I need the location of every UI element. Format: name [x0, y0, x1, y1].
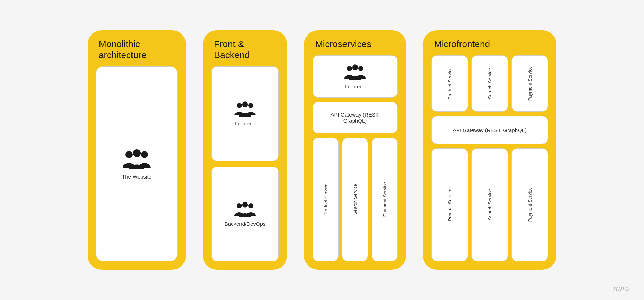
- frontend-backend-boxes: Frontend Backend/DevOps: [211, 66, 279, 261]
- svg-point-0: [125, 151, 133, 158]
- ms-frontend-box: Frontend: [313, 55, 398, 98]
- svg-point-8: [242, 202, 248, 208]
- mf-top-service2-label: Search Service: [487, 68, 492, 99]
- ms-service2-box: Search Service: [342, 138, 368, 261]
- mf-bottom-row: Product Service Search Service Payment S…: [431, 148, 548, 261]
- mf-top-service2-box: Search Service: [471, 55, 508, 112]
- frontend-backend-title: Front & Backend: [211, 39, 279, 61]
- backend-people-icon: [234, 201, 256, 218]
- mf-bottom-service1-label: Product Service: [447, 189, 452, 221]
- monolithic-box-label: The Website: [122, 174, 152, 180]
- microservices-inner: Frontend API Gateway (REST, GraphQL) Pro…: [313, 55, 398, 261]
- ms-frontend-people-icon: [344, 64, 366, 81]
- monolithic-inner-box: The Website: [96, 66, 178, 261]
- frontend-people-icon: [234, 101, 256, 118]
- mf-bottom-service2-box: Search Service: [471, 148, 508, 261]
- microfrontend-card: Microfrontend Product Service Search Ser…: [423, 30, 556, 270]
- monolithic-card: Monolithic architecture The Website: [88, 30, 186, 270]
- ms-services-row: Product Service Search Service Payment S…: [313, 138, 398, 261]
- ms-service1-box: Product Service: [313, 138, 339, 261]
- frontend-label: Frontend: [234, 120, 256, 126]
- svg-point-5: [242, 101, 248, 107]
- ms-gateway-label: API Gateway (REST, GraphQL): [318, 112, 392, 124]
- mf-top-service1-box: Product Service: [431, 55, 468, 112]
- frontend-box: Frontend: [211, 66, 279, 161]
- ms-gateway-box: API Gateway (REST, GraphQL): [313, 102, 398, 133]
- svg-point-1: [141, 151, 148, 158]
- miro-watermark: miro: [613, 284, 630, 293]
- mf-top-service3-label: Payment Service: [527, 66, 533, 101]
- svg-point-9: [347, 66, 352, 71]
- ms-service1-label: Product Service: [323, 183, 328, 216]
- microservices-title: Microservices: [313, 39, 398, 50]
- microfrontend-inner: Product Service Search Service Payment S…: [431, 55, 548, 261]
- svg-point-4: [248, 103, 253, 108]
- mf-top-service1-label: Product Service: [447, 67, 452, 100]
- monolithic-people-icon: [123, 148, 151, 171]
- mf-top-row: Product Service Search Service Payment S…: [431, 55, 548, 112]
- mf-bottom-service3-box: Payment Service: [511, 148, 548, 261]
- svg-point-7: [248, 203, 253, 208]
- ms-service3-box: Payment Service: [372, 138, 398, 261]
- backend-label: Backend/DevOps: [225, 221, 266, 227]
- svg-point-2: [133, 149, 141, 157]
- monolithic-title: Monolithic architecture: [96, 39, 178, 61]
- ms-service2-label: Search Service: [353, 184, 358, 215]
- mf-bottom-service2-label: Search Service: [487, 189, 492, 220]
- ms-frontend-label: Frontend: [344, 83, 366, 89]
- microfrontend-title: Microfrontend: [431, 39, 548, 50]
- svg-point-11: [352, 64, 358, 70]
- mf-top-service3-box: Payment Service: [511, 55, 548, 112]
- svg-point-3: [237, 103, 242, 108]
- mf-gateway-box: API Gateway (REST, GraphQL): [431, 116, 548, 144]
- mf-bottom-service3-label: Payment Service: [527, 187, 533, 222]
- backend-box: Backend/DevOps: [211, 167, 279, 261]
- mf-bottom-service1-box: Product Service: [431, 148, 468, 261]
- canvas: Monolithic architecture The Website Fro: [0, 0, 644, 300]
- svg-point-6: [237, 203, 242, 208]
- mf-gateway-label: API Gateway (REST, GraphQL): [453, 127, 527, 133]
- svg-point-10: [358, 66, 363, 71]
- microservices-card: Microservices Frontend API Gateway (REST: [304, 30, 406, 270]
- frontend-backend-card: Front & Backend Frontend: [203, 30, 287, 270]
- ms-service3-label: Payment Service: [382, 182, 387, 217]
